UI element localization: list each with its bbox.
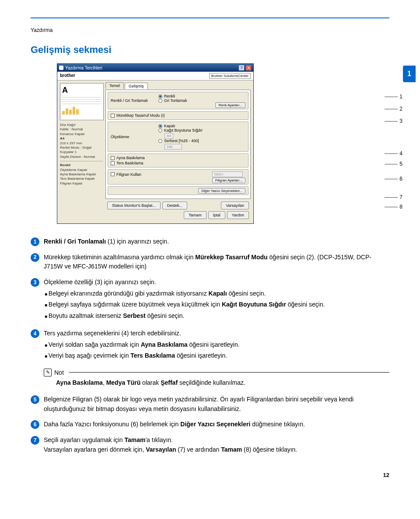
numbered-instructions-cont: 5 Belgenize Filigran (5) olarak bir logo… — [31, 395, 389, 454]
bullet-2: 2 — [31, 253, 39, 262]
other-printer-options-button[interactable]: Diğer Yazıcı Seçenekleri... — [198, 188, 245, 194]
callout-numbers: 1 2 3 4 5 6 7 8 — [385, 86, 402, 213]
radio-color[interactable]: Renkli — [158, 94, 245, 98]
dialog-titlebar: Yazdırma Tercihleri ? X — [57, 64, 253, 72]
check-watermark[interactable]: Filigran Kullan — [111, 172, 210, 177]
dialog-figure: Yazdırma Tercihleri ? X brother Brother … — [57, 63, 389, 224]
page-preview: A — [60, 83, 104, 120]
note-label: Not — [54, 369, 64, 376]
help-button-bottom[interactable]: Yardım — [227, 211, 249, 219]
brand-logo: brother — [60, 73, 75, 79]
tab-advanced[interactable]: Gelişmiş — [125, 83, 148, 89]
dialog-bottom-buttons: Status Monitor'ü Başlat... Destek... Var… — [105, 199, 251, 211]
default-button[interactable]: Varsayılan — [221, 202, 249, 209]
radio-scale-free[interactable]: Serbest [%25 - 400] — [158, 139, 245, 143]
dialog-ok-row: Tamam İptal Yardım — [105, 211, 251, 221]
color-settings-button[interactable]: Renk Ayarları... — [215, 102, 245, 108]
ok-button[interactable]: Tamam — [184, 211, 206, 219]
print-prefs-dialog: Yazdırma Tercihleri ? X brother Brother … — [57, 63, 254, 224]
watermark-select: GİZLİ — [212, 171, 243, 177]
side-page-badge: 1 — [403, 66, 416, 82]
section-title: Gelişmiş sekmesi — [31, 44, 389, 56]
bullet-4: 4 — [31, 329, 39, 338]
bullet-1: 1 — [31, 237, 39, 246]
group-scaling: Ölçekleme Kapalı Kağıt Boyutuna Sığdır A… — [108, 122, 248, 152]
chapter-label: Yazdırma — [31, 27, 389, 33]
help-button[interactable]: ? — [238, 65, 245, 71]
page-number: 12 — [31, 472, 389, 478]
support-button[interactable]: Destek... — [162, 202, 188, 209]
preview-column: A Düz Kağıt Kalite : Normal Kenarsız Kap… — [57, 80, 105, 223]
free-scale-spinner: 100 — [164, 144, 182, 150]
group-color: Renkli / Gri Tonlamalı Renkli Gri Tonlam… — [108, 92, 248, 109]
watermark-settings-button[interactable]: Filigran Ayarları... — [212, 178, 245, 183]
bullet-5: 5 — [31, 395, 39, 404]
check-mirror[interactable]: Ayna Baskılama — [111, 156, 245, 160]
fit-paper-select: A4 — [164, 133, 173, 139]
group-other: Diğer Yazıcı Seçenekleri... — [108, 186, 248, 195]
dialog-title: Yazdırma Tercihleri — [65, 66, 102, 70]
scaling-label: Ölçekleme — [111, 135, 157, 139]
bullet-3: 3 — [31, 278, 39, 287]
summary-text: Düz Kağıt Kalite : Normal Kenarsız Kapal… — [60, 123, 103, 186]
group-mirror: Ayna Baskılama Ters Baskılama — [108, 153, 248, 167]
check-inksave[interactable]: Mürekkep Tasarruf Modu (I) — [111, 113, 244, 118]
tab-basic[interactable]: Temel — [105, 82, 124, 89]
close-button[interactable]: X — [245, 65, 252, 71]
group-watermark: Filigran Kullan GİZLİ Filigran Ayarları.… — [108, 169, 248, 185]
color-label: Renkli / Gri Tonlamalı — [111, 98, 157, 103]
preview-letter: A — [62, 86, 68, 94]
start-status-monitor-button[interactable]: Status Monitor'ü Başlat... — [107, 202, 161, 209]
note-icon: ✎ — [44, 369, 52, 376]
radio-scale-off[interactable]: Kapalı — [158, 124, 245, 128]
cancel-button[interactable]: İptal — [208, 211, 225, 219]
numbered-instructions: 1 Renkli / Gri Tonlamalı (1) için ayarın… — [31, 237, 389, 362]
bullet-7: 7 — [31, 436, 39, 445]
brand-row: brother Brother SolutionsCenter — [57, 72, 253, 80]
group-inksave: Mürekkep Tasarruf Modu (I) — [108, 111, 248, 120]
check-reverse[interactable]: Ters Baskılama — [111, 161, 245, 165]
top-rule — [31, 17, 389, 18]
solutions-center-link[interactable]: Brother SolutionsCenter — [209, 73, 251, 79]
dialog-app-icon — [59, 66, 63, 70]
note-block: ✎ Not Ayna Baskılama, Medya Türü olarak … — [44, 369, 389, 386]
advanced-panel: Renkli / Gri Tonlamalı Renkli Gri Tonlam… — [105, 90, 251, 199]
bullet-6: 6 — [31, 420, 39, 429]
radio-scale-fit[interactable]: Kağıt Boyutuna Sığdır — [158, 128, 245, 132]
